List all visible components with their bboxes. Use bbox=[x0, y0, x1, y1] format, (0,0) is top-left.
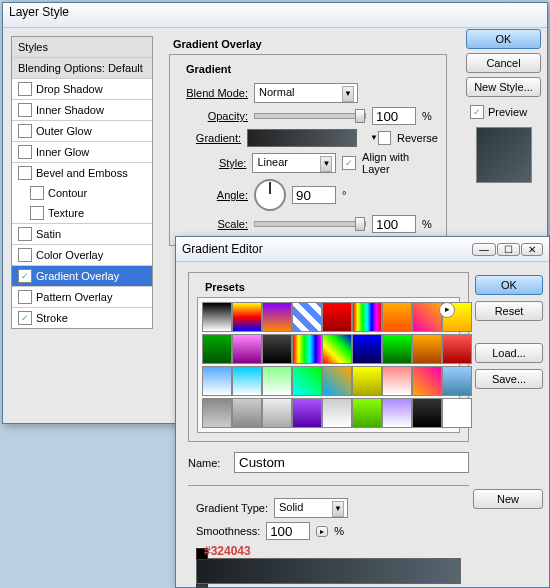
scale-label: Scale: bbox=[178, 218, 248, 230]
preset-swatch[interactable] bbox=[322, 302, 352, 332]
style-item-inner-shadow[interactable]: Inner Shadow bbox=[12, 100, 152, 121]
preset-swatch[interactable] bbox=[322, 398, 352, 428]
preset-swatch[interactable] bbox=[442, 366, 472, 396]
scale-slider[interactable] bbox=[254, 221, 366, 227]
blending-options-default[interactable]: Blending Options: Default bbox=[12, 58, 152, 79]
name-label: Name: bbox=[188, 457, 228, 469]
style-item-bevel-and-emboss[interactable]: Bevel and Emboss bbox=[12, 163, 152, 183]
preset-swatch[interactable] bbox=[262, 302, 292, 332]
gradient-bar[interactable] bbox=[196, 558, 461, 584]
style-item-outer-glow[interactable]: Outer Glow bbox=[12, 121, 152, 142]
preset-swatch[interactable] bbox=[352, 302, 382, 332]
preset-swatch[interactable] bbox=[202, 366, 232, 396]
preview-swatch bbox=[476, 127, 532, 183]
color-stop-left[interactable] bbox=[196, 584, 208, 588]
style-checkbox[interactable] bbox=[18, 227, 32, 241]
preset-swatch[interactable] bbox=[202, 302, 232, 332]
preset-swatch[interactable] bbox=[382, 302, 412, 332]
style-checkbox[interactable] bbox=[18, 145, 32, 159]
ge-save-button[interactable]: Save... bbox=[475, 369, 543, 389]
style-item-contour[interactable]: Contour bbox=[12, 183, 152, 203]
smoothness-arrow-icon[interactable]: ▸ bbox=[316, 526, 328, 537]
styles-list: Styles Blending Options: Default Drop Sh… bbox=[11, 36, 153, 329]
preset-swatch[interactable] bbox=[262, 334, 292, 364]
reverse-label: Reverse bbox=[397, 132, 438, 144]
style-checkbox[interactable] bbox=[18, 82, 32, 96]
preset-swatch[interactable] bbox=[382, 398, 412, 428]
preset-swatch[interactable] bbox=[202, 334, 232, 364]
maximize-icon[interactable]: ☐ bbox=[497, 243, 520, 256]
style-checkbox[interactable] bbox=[30, 186, 44, 200]
style-checkbox[interactable]: ✓ bbox=[18, 311, 32, 325]
preset-swatch[interactable] bbox=[202, 398, 232, 428]
preset-swatch[interactable] bbox=[232, 398, 262, 428]
preview-checkbox[interactable]: ✓ bbox=[470, 105, 484, 119]
preset-swatch[interactable] bbox=[412, 302, 442, 332]
preset-swatch[interactable] bbox=[382, 334, 412, 364]
ok-button[interactable]: OK bbox=[466, 29, 541, 49]
preview-label: Preview bbox=[488, 106, 527, 118]
preset-swatch[interactable] bbox=[412, 366, 442, 396]
cancel-button[interactable]: Cancel bbox=[466, 53, 541, 73]
preset-swatch[interactable] bbox=[322, 366, 352, 396]
style-item-color-overlay[interactable]: Color Overlay bbox=[12, 245, 152, 266]
scale-input[interactable] bbox=[372, 215, 416, 233]
style-item-drop-shadow[interactable]: Drop Shadow bbox=[12, 79, 152, 100]
blend-mode-select[interactable]: Normal bbox=[254, 83, 358, 103]
preset-swatch[interactable] bbox=[262, 366, 292, 396]
preset-swatch[interactable] bbox=[292, 398, 322, 428]
preset-swatch[interactable] bbox=[322, 334, 352, 364]
preset-swatch[interactable] bbox=[352, 366, 382, 396]
ge-reset-button[interactable]: Reset bbox=[475, 301, 543, 321]
style-checkbox[interactable] bbox=[18, 290, 32, 304]
style-checkbox[interactable] bbox=[18, 124, 32, 138]
ge-load-button[interactable]: Load... bbox=[475, 343, 543, 363]
preset-swatch[interactable] bbox=[292, 302, 322, 332]
style-item-texture[interactable]: Texture bbox=[12, 203, 152, 224]
styles-header[interactable]: Styles bbox=[12, 37, 152, 58]
style-item-pattern-overlay[interactable]: Pattern Overlay bbox=[12, 287, 152, 308]
close-icon[interactable]: ✕ bbox=[521, 243, 543, 256]
style-checkbox[interactable] bbox=[18, 166, 32, 180]
preset-swatch[interactable] bbox=[292, 334, 322, 364]
preset-swatch[interactable] bbox=[352, 398, 382, 428]
minimize-icon[interactable]: — bbox=[472, 243, 496, 256]
gradient-picker[interactable] bbox=[247, 129, 357, 147]
preset-swatch[interactable] bbox=[232, 334, 262, 364]
style-checkbox[interactable] bbox=[18, 248, 32, 262]
angle-input[interactable] bbox=[292, 186, 336, 204]
align-checkbox[interactable]: ✓ bbox=[342, 156, 356, 170]
preset-swatch[interactable] bbox=[442, 334, 472, 364]
gradient-type-select[interactable]: Solid bbox=[274, 498, 348, 518]
style-item-inner-glow[interactable]: Inner Glow bbox=[12, 142, 152, 163]
preset-swatch[interactable] bbox=[292, 366, 322, 396]
angle-dial[interactable] bbox=[254, 179, 286, 211]
style-checkbox[interactable] bbox=[18, 103, 32, 117]
opacity-slider[interactable] bbox=[254, 113, 366, 119]
smoothness-input[interactable] bbox=[266, 522, 310, 540]
opacity-input[interactable] bbox=[372, 107, 416, 125]
gradient-legend: Gradient bbox=[182, 63, 235, 75]
style-checkbox[interactable]: ✓ bbox=[18, 269, 32, 283]
style-checkbox[interactable] bbox=[30, 206, 44, 220]
ge-ok-button[interactable]: OK bbox=[475, 275, 543, 295]
new-style-button[interactable]: New Style... bbox=[466, 77, 541, 97]
gradient-editor-titlebar: Gradient Editor — ☐ ✕ bbox=[176, 237, 549, 262]
presets-menu-icon[interactable]: ▸ bbox=[439, 302, 455, 318]
style-item-stroke[interactable]: ✓Stroke bbox=[12, 308, 152, 328]
preset-swatch[interactable] bbox=[262, 398, 292, 428]
style-item-gradient-overlay[interactable]: ✓Gradient Overlay bbox=[12, 266, 152, 287]
style-item-satin[interactable]: Satin bbox=[12, 224, 152, 245]
preset-swatch[interactable] bbox=[412, 334, 442, 364]
preset-swatch[interactable] bbox=[442, 398, 472, 428]
name-input[interactable] bbox=[234, 452, 469, 473]
style-select[interactable]: Linear bbox=[252, 153, 336, 173]
preset-swatch[interactable] bbox=[232, 302, 262, 332]
gradient-editor-window: Gradient Editor — ☐ ✕ Presets ▸ Name: Gr… bbox=[175, 236, 550, 588]
preset-swatch[interactable] bbox=[412, 398, 442, 428]
preset-swatch[interactable] bbox=[232, 366, 262, 396]
preset-swatch[interactable] bbox=[352, 334, 382, 364]
reverse-checkbox[interactable] bbox=[378, 131, 391, 145]
preset-swatch[interactable] bbox=[382, 366, 412, 396]
ge-new-button[interactable]: New bbox=[473, 489, 543, 509]
